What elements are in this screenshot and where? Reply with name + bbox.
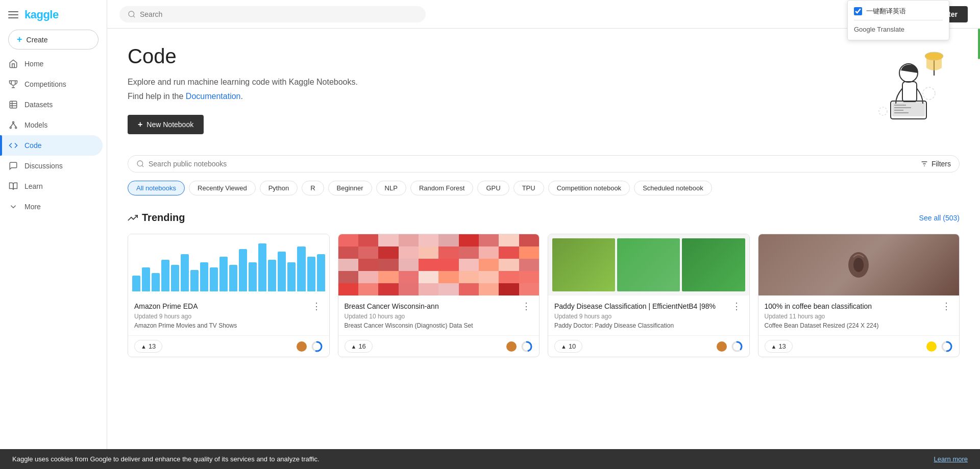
sidebar-item-home[interactable]: Home: [0, 54, 103, 74]
sidebar-label-home: Home: [24, 60, 43, 68]
card-paddy-disease: Paddy Disease Classification | Efficient…: [548, 234, 750, 357]
card-footer-amazon: ▲ 13: [128, 335, 329, 357]
vote-button-coffee[interactable]: ▲ 13: [765, 340, 793, 353]
notebooks-search-bar: Filters: [128, 155, 960, 172]
chip-python[interactable]: Python: [260, 181, 298, 195]
chip-all-notebooks[interactable]: All notebooks: [128, 181, 185, 195]
sidebar-item-competitions[interactable]: Competitions: [0, 74, 103, 94]
card-title-paddy: Paddy Disease Classification | Efficient…: [554, 302, 730, 311]
coffee-img: [758, 234, 960, 295]
progress-ring-coffee: [941, 340, 953, 353]
card-dataset-paddy: Paddy Doctor: Paddy Disease Classificati…: [554, 322, 743, 329]
card-footer-breast-cancer: ▲ 16: [338, 335, 540, 357]
hero-text: Code Explore and run machine learning co…: [128, 45, 358, 134]
card-thumbnail-paddy: [548, 234, 749, 295]
card-title-amazon: Amazon Prime EDA: [134, 302, 310, 311]
card-dataset-breast-cancer: Breast Cancer Wisconsin (Diagnostic) Dat…: [345, 322, 533, 329]
card-amazon-prime: Amazon Prime EDA ⋮ Updated 9 hours ago A…: [128, 234, 330, 357]
sidebar-label-more: More: [24, 203, 41, 211]
chip-scheduled-notebook[interactable]: Scheduled notebook: [634, 181, 712, 195]
svg-point-22: [879, 107, 887, 115]
chip-recently-viewed[interactable]: Recently Viewed: [189, 181, 256, 195]
card-menu-breast-cancer[interactable]: ⋮: [520, 302, 533, 311]
card-updated-paddy: Updated 9 hours ago: [554, 313, 743, 320]
notebooks-search-input[interactable]: [149, 160, 916, 168]
card-title-breast-cancer: Breast Cancer Wisconsin-ann: [345, 302, 520, 311]
card-icons-amazon: [297, 340, 323, 353]
card-menu-amazon[interactable]: ⋮: [310, 302, 323, 311]
new-notebook-plus-icon: +: [138, 120, 142, 129]
sidebar-label-datasets: Datasets: [24, 101, 53, 109]
bar-chart: [128, 234, 329, 295]
upvote-arrow-breast-cancer: ▲: [351, 343, 357, 350]
vote-button-amazon[interactable]: ▲ 13: [134, 340, 162, 353]
card-body-coffee: 100% in coffee bean classification ⋮ Upd…: [758, 295, 960, 335]
kaggle-logo: kaggle: [24, 8, 59, 21]
svg-rect-16: [892, 102, 925, 116]
hero-help: Find help in the Documentation.: [128, 90, 358, 103]
chevron-down-icon: [8, 202, 18, 212]
paddy-images: [548, 234, 749, 295]
hamburger-menu[interactable]: [8, 11, 18, 18]
sidebar-item-models[interactable]: Models: [0, 115, 103, 135]
card-icons-coffee: [926, 340, 953, 353]
card-dataset-coffee: Coffee Bean Dataset Resized (224 X 224): [765, 322, 953, 329]
sidebar-label-learn: Learn: [24, 182, 43, 190]
new-notebook-button[interactable]: + New Notebook: [128, 115, 204, 134]
filters-button[interactable]: Filters: [920, 160, 951, 168]
vote-count-breast-cancer: 16: [358, 342, 365, 350]
google-translate-label: Google Translate: [854, 26, 904, 33]
card-title-coffee: 100% in coffee bean classification: [765, 302, 940, 311]
paddy-img-1: [552, 238, 615, 291]
sidebar-item-discussions[interactable]: Discussions: [0, 156, 103, 176]
translate-checkbox[interactable]: [854, 7, 862, 15]
chip-nlp[interactable]: NLP: [376, 181, 406, 195]
svg-line-8: [13, 123, 16, 127]
vote-count-paddy: 10: [569, 342, 576, 350]
card-updated-breast-cancer: Updated 10 hours ago: [345, 313, 533, 320]
chip-r[interactable]: R: [302, 181, 324, 195]
filter-chips: All notebooks Recently Viewed Python R B…: [128, 181, 960, 195]
sidebar-item-more[interactable]: More: [0, 196, 103, 217]
main-content: Code Explore and run machine learning co…: [107, 29, 980, 374]
card-menu-paddy[interactable]: ⋮: [730, 302, 743, 311]
search-bar: [119, 6, 426, 22]
search-input[interactable]: [140, 10, 418, 18]
plus-icon: +: [17, 34, 22, 45]
chip-competition-notebook[interactable]: Competition notebook: [548, 181, 630, 195]
paddy-img-2: [617, 238, 680, 291]
svg-point-5: [10, 127, 11, 129]
paddy-img-3: [682, 238, 745, 291]
create-button[interactable]: + Create: [8, 30, 99, 50]
sidebar-label-code: Code: [24, 141, 41, 150]
vote-button-breast-cancer[interactable]: ▲ 16: [345, 340, 373, 353]
vote-count-coffee: 13: [778, 342, 786, 350]
bronze-medal-breast-cancer: [506, 341, 517, 352]
models-icon: [8, 120, 18, 130]
chip-gpu[interactable]: GPU: [477, 181, 509, 195]
upvote-arrow-paddy: ▲: [561, 343, 567, 350]
card-breast-cancer: Breast Cancer Wisconsin-ann ⋮ Updated 10…: [338, 234, 540, 357]
sidebar-label-models: Models: [24, 121, 47, 129]
svg-point-9: [129, 11, 134, 17]
progress-ring-paddy: [731, 340, 743, 353]
card-icons-breast-cancer: [506, 340, 533, 353]
progress-ring-amazon: [311, 340, 323, 353]
scroll-accent: [978, 29, 980, 59]
sidebar-item-code[interactable]: Code: [0, 135, 103, 156]
card-dataset-amazon: Amazon Prime Movies and TV Shows: [134, 322, 323, 329]
svg-point-21: [923, 87, 935, 100]
upvote-arrow-amazon: ▲: [141, 343, 146, 350]
search-icon: [128, 10, 136, 18]
sidebar-item-learn[interactable]: Learn: [0, 176, 103, 196]
docs-link[interactable]: Documentation: [186, 92, 241, 101]
coffee-svg: [843, 250, 874, 280]
vote-button-paddy[interactable]: ▲ 10: [554, 340, 582, 353]
card-menu-coffee[interactable]: ⋮: [940, 302, 953, 311]
sidebar-item-datasets[interactable]: Datasets: [0, 94, 103, 115]
chip-random-forest[interactable]: Random Forest: [410, 181, 474, 195]
chip-tpu[interactable]: TPU: [513, 181, 544, 195]
chip-beginner[interactable]: Beginner: [328, 181, 372, 195]
bronze-medal-amazon: [297, 341, 307, 352]
see-all-link[interactable]: See all (503): [919, 214, 960, 222]
